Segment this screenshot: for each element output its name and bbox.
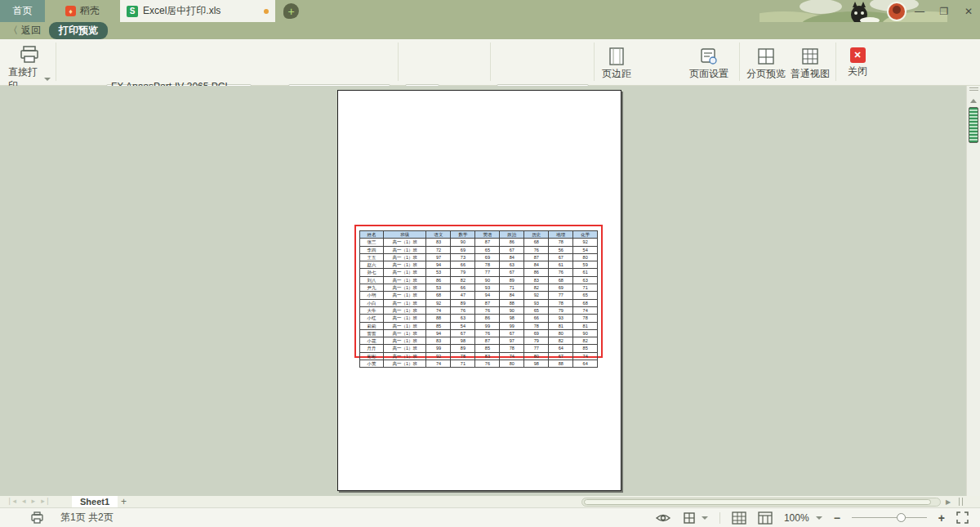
horizontal-scrollbar[interactable]: ▶	[581, 498, 953, 507]
table-cell: 66	[451, 261, 475, 269]
printer-icon	[20, 46, 39, 64]
table-cell: 74	[426, 306, 451, 314]
vertical-scrollbar-thumb[interactable]	[969, 107, 978, 143]
page-info: 第1页 共2页	[60, 511, 114, 525]
print-status-icon	[31, 511, 46, 524]
sheet-nav-arrows: ❘◂ ◂ ▸ ▸❘	[7, 497, 51, 505]
table-cell: 68	[549, 276, 573, 284]
toolbar-separator	[490, 42, 491, 81]
table-cell: 高一（1）班	[384, 345, 426, 352]
sheet-tab[interactable]: Sheet1	[72, 496, 118, 507]
table-cell: 79	[451, 269, 475, 276]
table-cell: 71	[500, 284, 524, 292]
tab-document[interactable]: S Excel居中打印.xls	[120, 0, 275, 22]
table-cell: 小白	[360, 299, 384, 306]
preview-canvas[interactable]: 姓名班级语文数学英语政治历史地理化学 张三高一（1）班8390878668789…	[0, 86, 966, 496]
zoom-level-value: 100%	[784, 512, 809, 524]
table-cell: 56	[549, 246, 573, 253]
table-cell: 80	[500, 360, 524, 368]
pagebreak-view-status-icon[interactable]	[758, 511, 773, 525]
table-cell: 92	[426, 299, 451, 306]
table-cell: 86	[475, 315, 500, 322]
table-cell: 59	[573, 261, 598, 269]
table-cell: 92	[426, 352, 451, 360]
table-cell: 67	[549, 253, 573, 261]
prev-sheet-icon[interactable]: ◂	[22, 497, 26, 505]
table-cell: 76	[475, 360, 500, 368]
table-cell: 64	[549, 345, 573, 352]
zoom-in-button[interactable]: +	[938, 511, 945, 525]
scroll-right-arrow-icon[interactable]: ▶	[946, 498, 951, 506]
column-header: 地理	[549, 231, 573, 239]
table-cell: 76	[475, 329, 500, 337]
table-cell: 90	[573, 329, 598, 337]
zoom-slider-thumb[interactable]	[897, 513, 906, 522]
unsaved-dot	[264, 9, 269, 14]
split-handle[interactable]	[959, 498, 963, 506]
table-cell: 赵六	[360, 261, 384, 269]
table-cell: 高一（1）班	[384, 352, 426, 360]
table-cell: 83	[524, 276, 549, 284]
last-sheet-icon[interactable]: ▸❘	[41, 497, 51, 505]
close-window-button[interactable]: ✕	[960, 3, 977, 20]
table-cell: 高一（1）班	[384, 261, 426, 269]
tab-home[interactable]: 首页	[0, 0, 45, 22]
table-cell: 54	[451, 322, 475, 329]
normal-view-status-icon[interactable]	[732, 511, 746, 525]
table-cell: 80	[549, 329, 573, 337]
tab-docer[interactable]: ♦ 稻壳	[45, 0, 120, 22]
table-cell: 88	[426, 315, 451, 322]
eye-protection-icon[interactable]	[655, 512, 671, 524]
table-row: 李四高一（1）班72696567765654	[360, 246, 598, 253]
wps-print-preview-window: 首页 ♦ 稻壳 S Excel居中打印.xls +	[0, 0, 980, 527]
pagebreak-preview-button[interactable]: 分页预览	[746, 47, 786, 81]
table-cell: 65	[524, 306, 549, 314]
table-row: 小英高一（1）班74717680988864	[360, 360, 598, 368]
layout-options-button[interactable]	[683, 511, 708, 525]
back-button[interactable]: 〈 返回	[8, 24, 41, 38]
zoom-slider[interactable]	[852, 517, 927, 518]
table-cell: 92	[524, 292, 549, 299]
table-cell: 83	[426, 239, 451, 246]
vertical-scrollbar[interactable]	[966, 86, 980, 496]
table-cell: 82	[573, 337, 598, 345]
horizontal-scrollbar-thumb[interactable]	[584, 499, 931, 505]
tab-document-label: Excel居中打印.xls	[143, 4, 220, 18]
table-cell: 67	[549, 352, 573, 360]
new-tab-button[interactable]: +	[283, 3, 299, 19]
table-cell: 高一（1）班	[384, 299, 426, 306]
table-cell: 78	[475, 261, 500, 269]
page-setup-button[interactable]: 页面设置	[688, 47, 730, 81]
next-sheet-icon[interactable]: ▸	[32, 497, 36, 505]
fullscreen-icon[interactable]	[956, 511, 969, 524]
table-cell: 64	[573, 360, 598, 368]
table-cell: 74	[573, 352, 598, 360]
table-cell: 78	[524, 322, 549, 329]
table-row: 小花高一（1）班83988797798282	[360, 337, 598, 345]
table-cell: 82	[524, 284, 549, 292]
table-cell: 77	[524, 345, 549, 352]
page-margins-label: 页边距	[602, 67, 631, 81]
add-sheet-button[interactable]: +	[121, 496, 127, 507]
scroll-up-arrow-icon[interactable]	[970, 99, 977, 103]
table-cell: 87	[475, 299, 500, 306]
zoom-level-button[interactable]: 100%	[784, 512, 822, 524]
table-cell: 94	[475, 292, 500, 299]
table-cell: 63	[573, 276, 598, 284]
zoom-out-button[interactable]: −	[834, 511, 840, 525]
table-cell: 76	[451, 306, 475, 314]
split-handle[interactable]	[969, 87, 978, 91]
first-sheet-icon[interactable]: ❘◂	[7, 497, 16, 505]
caret-down-icon	[44, 78, 51, 81]
table-cell: 84	[500, 292, 524, 299]
close-preview-button[interactable]: ✕ 关闭	[841, 47, 874, 78]
minimize-button[interactable]: —	[911, 3, 928, 20]
table-cell: 85	[573, 345, 598, 352]
page-margins-button[interactable]: 页边距	[599, 47, 635, 81]
maximize-button[interactable]: ❐	[936, 3, 952, 20]
table-cell: 94	[426, 329, 451, 337]
normal-view-button[interactable]: 普通视图	[790, 47, 831, 81]
table-cell: 53	[426, 269, 451, 276]
table-cell: 93	[524, 299, 549, 306]
horizontal-scrollbar-track[interactable]	[581, 498, 941, 507]
